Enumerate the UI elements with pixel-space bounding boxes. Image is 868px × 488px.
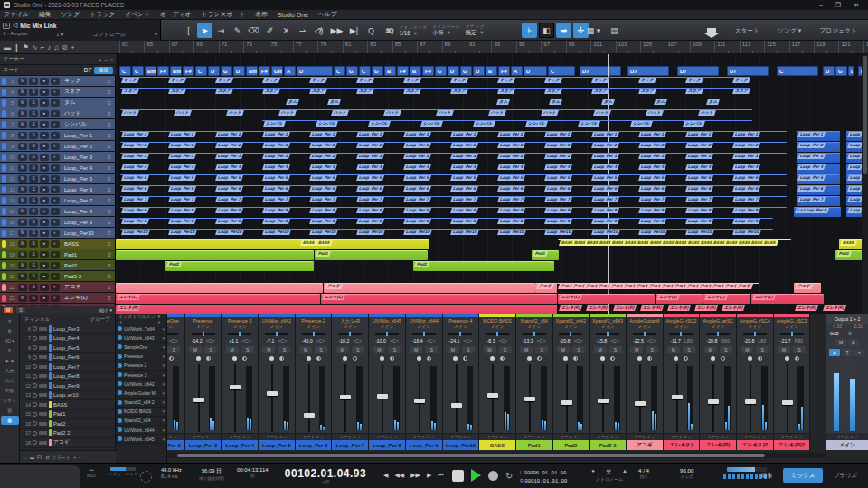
fader-handle[interactable] bbox=[782, 400, 793, 405]
track-mute-button[interactable]: M bbox=[18, 262, 27, 269]
menu-item-トラック[interactable]: トラック bbox=[90, 10, 115, 19]
strip-output[interactable]: メイン bbox=[332, 324, 368, 331]
strip-mute-button[interactable]: M bbox=[189, 346, 202, 353]
strip-monitor-button[interactable] bbox=[573, 356, 578, 361]
mute-all-button[interactable]: M bbox=[4, 307, 13, 313]
strip-instrument[interactable]: AmpleG..rSC2 bbox=[664, 317, 700, 324]
chord-block-F#[interactable]: F# bbox=[397, 66, 409, 76]
track-monitor-button[interactable]: ◐ bbox=[51, 154, 60, 161]
strip-solo-button[interactable]: S bbox=[352, 346, 364, 353]
track-solo-button[interactable]: S bbox=[29, 240, 38, 248]
chord-block-G[interactable]: G bbox=[346, 66, 358, 76]
mixer-side-1[interactable]: ⚙ bbox=[1, 326, 19, 335]
track-solo-button[interactable]: S bbox=[29, 186, 38, 193]
channel-strip-Loop_Per 9[interactable]: UVIWor..x644メイン-16.4<C>MSオート:オフLoop_Per … bbox=[406, 314, 443, 450]
audio-clip[interactable]: タムタム bbox=[285, 99, 368, 108]
maximize-button[interactable]: ❐ bbox=[835, 2, 841, 9]
strip-solo-button[interactable]: S bbox=[646, 346, 658, 353]
track-header-Loop_Per 8[interactable]: 15MS●◐Loop_Per 8≡ bbox=[0, 206, 115, 217]
track-mute-button[interactable]: M bbox=[18, 295, 27, 302]
track-header-エレキ(L)[interactable]: 23MS●◐エレキ(L)≡ bbox=[0, 293, 115, 304]
strip-output[interactable]: メイン bbox=[167, 324, 184, 331]
strip-output[interactable]: メイン bbox=[774, 324, 810, 331]
chord-track[interactable]: CCBmF#BmF#CDGDBmF#GmADCGCGBF#BF#GDGDBF#A… bbox=[116, 65, 862, 77]
strip-automation-mode[interactable]: オート:オフ bbox=[516, 433, 552, 440]
strip-gain-value[interactable]: -13.3 bbox=[523, 338, 533, 343]
transport-nav-4[interactable]: ⏮ bbox=[438, 472, 443, 479]
strip-channel-label[interactable]: Loop_Per 5 bbox=[259, 440, 295, 450]
chord-block-Bm[interactable]: Bm bbox=[246, 66, 258, 76]
strip-pan-value[interactable]: <C> bbox=[241, 338, 250, 343]
track-solo-button[interactable]: S bbox=[29, 121, 38, 128]
mixer-channel-Loop..er10[interactable]: 13Loop..er10 bbox=[20, 391, 115, 401]
metronome-icon-1[interactable]: ⚒ bbox=[606, 468, 610, 474]
play-button[interactable] bbox=[471, 469, 481, 482]
strip-monitor-button[interactable] bbox=[463, 356, 467, 361]
strip-monitor-button[interactable] bbox=[316, 356, 321, 361]
chord-block-C[interactable]: C bbox=[548, 66, 575, 76]
chevron-down-icon[interactable]: ▾ bbox=[162, 326, 165, 332]
strip-automation-mode[interactable]: オート:オフ bbox=[590, 433, 626, 440]
rack-add-button[interactable]: + bbox=[158, 319, 161, 324]
strip-channel-label[interactable]: アコギ bbox=[627, 440, 663, 450]
loop-range-display[interactable]: L 00006.01.01.00 R 00010.01.01.00 bbox=[520, 469, 567, 485]
audio-clip[interactable]: アコギアコギアコギアコギアコギアコギアコギアコギアコギアコギアコギアコギアコギア… bbox=[557, 283, 760, 293]
strip-channel-label[interactable]: Loop_Per 3 bbox=[185, 440, 222, 450]
strip-channel-label[interactable]: Pad2 bbox=[553, 440, 590, 450]
channel-strip-Pad2 2[interactable]: Xpand!2_x643メイン-15.8<C>MSオート:オフPad2 2 bbox=[590, 314, 627, 450]
menu-item-イベント[interactable]: イベント bbox=[125, 10, 150, 19]
audio-clip[interactable]: BASS bbox=[839, 239, 862, 249]
strip-pan-value[interactable]: <C> bbox=[169, 338, 178, 343]
track-monitor-button[interactable]: ◐ bbox=[51, 175, 60, 183]
strip-channel-label[interactable]: Loop_Per 8 bbox=[369, 440, 405, 450]
zoom-select[interactable]: 縮小 ▾ bbox=[99, 307, 112, 313]
audio-clip[interactable]: Loop bbox=[846, 142, 862, 152]
strip-gain-value[interactable]: -22.5 bbox=[633, 338, 644, 343]
strip-channel-label[interactable]: Pad1 bbox=[516, 440, 552, 450]
strip-monitor-button[interactable] bbox=[647, 356, 652, 361]
chevron-down-icon[interactable]: ▾ bbox=[155, 31, 157, 39]
track-mute-button[interactable]: M bbox=[18, 143, 27, 150]
mixer-side-6[interactable]: 出力 bbox=[1, 376, 19, 385]
strip-pan-value[interactable]: <C> bbox=[427, 338, 436, 343]
menu-item-編集[interactable]: 編集 bbox=[39, 10, 52, 19]
strip-output[interactable]: メイン bbox=[369, 324, 405, 331]
tool-button-4[interactable]: ⌫ bbox=[246, 23, 261, 38]
track-header-スネア[interactable]: 4MS●◐スネア≡ bbox=[0, 87, 115, 98]
track-mute-button[interactable]: M bbox=[18, 175, 27, 183]
track-monitor-button[interactable]: ◐ bbox=[51, 295, 60, 302]
timebase-select[interactable]: タイムベース 小節▾ bbox=[432, 23, 460, 38]
track-header-Loop_Per 2[interactable]: 9MS●◐Loop_Per 2≡ bbox=[0, 141, 115, 152]
audio-clip[interactable]: エレキ(L) bbox=[656, 294, 703, 304]
audio-clip[interactable]: Loop_Per 1 bbox=[797, 131, 840, 141]
strip-mute-button[interactable]: M bbox=[336, 346, 349, 353]
fader-handle[interactable] bbox=[635, 401, 646, 406]
track-record-button[interactable]: ● bbox=[40, 219, 49, 226]
position-display[interactable]: 00102.01.04.93 小節 bbox=[271, 467, 380, 484]
chord-block-C[interactable]: C bbox=[132, 66, 144, 76]
mixer-channel-Loop_Per7[interactable]: 10Loop_Per7 bbox=[20, 362, 115, 372]
track-solo-button[interactable]: S bbox=[29, 262, 38, 269]
track-record-button[interactable]: ● bbox=[40, 132, 49, 139]
strip-gain-value[interactable]: -45.0 bbox=[302, 338, 313, 343]
channel-strip-Loop_Per 2[interactable]: SampleOneメイン-12.0<C>MSオート:オフLoop_Per 2 bbox=[167, 314, 185, 450]
track-solo-button[interactable]: S bbox=[29, 197, 38, 204]
chord-block-Bm[interactable]: Bm bbox=[170, 66, 182, 76]
track-record-button[interactable]: ● bbox=[40, 121, 49, 128]
strip-gain-value[interactable]: -7.1 bbox=[267, 338, 275, 343]
strip-gain-value[interactable]: -15.8 bbox=[596, 338, 607, 343]
strip-output[interactable]: メイン bbox=[516, 324, 552, 331]
close-button[interactable]: ✕ bbox=[854, 2, 859, 9]
strip-solo-button[interactable]: S bbox=[388, 346, 401, 353]
track-monitor-button[interactable]: ◐ bbox=[51, 230, 60, 237]
track-mute-button[interactable]: M bbox=[18, 110, 27, 117]
chevron-down-icon[interactable]: ▾ bbox=[162, 362, 165, 368]
chevron-down-icon[interactable]: ▾ bbox=[162, 390, 165, 396]
master-gain[interactable]: 0dB bbox=[830, 331, 839, 336]
strip-record-button[interactable] bbox=[232, 356, 237, 361]
strip-instrument[interactable]: Presence 3 bbox=[222, 317, 258, 324]
strip-automation-mode[interactable]: オート:オフ bbox=[774, 433, 810, 440]
strip-fader[interactable] bbox=[450, 364, 474, 432]
track-mute-button[interactable]: M bbox=[18, 197, 27, 204]
chevron-down-icon[interactable]: ▾ bbox=[162, 381, 165, 387]
